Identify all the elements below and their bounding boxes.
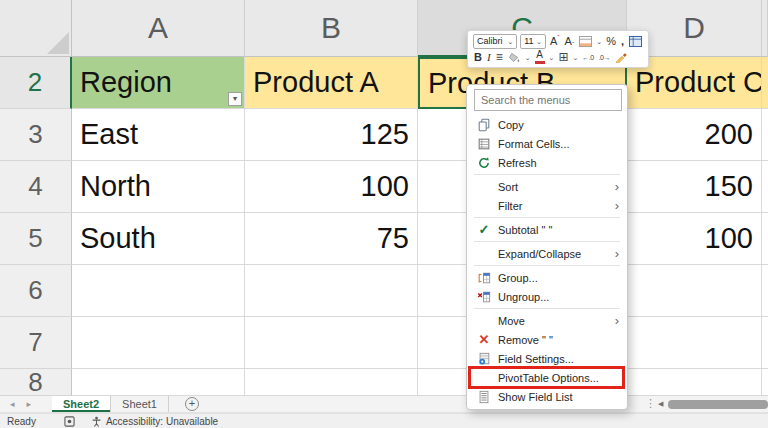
cell-a8[interactable] [72,369,245,396]
cell-d5[interactable]: 100 [627,213,762,265]
cell-a5[interactable]: South [72,213,245,265]
cell-text: Region [80,66,172,99]
next-sheet-icon[interactable]: ▸ [27,400,32,409]
cell-a7[interactable] [72,317,245,369]
comma-style-button[interactable]: , [620,34,625,49]
select-all-triangle-icon [47,32,69,54]
cell-a2-region[interactable]: Region [72,57,245,109]
menu-item-ungroup[interactable]: Ungroup... [467,287,627,306]
grow-font-button[interactable]: Aˆ [549,34,561,49]
tab-sheet2[interactable]: Sheet2 [52,396,111,412]
row-header-4[interactable]: 4 [0,161,72,213]
scrollbar-resize-handle[interactable]: ⋮ [645,397,656,410]
cell-d4[interactable]: 150 [627,161,762,213]
menu-item-filter[interactable]: Filter [467,196,627,215]
menu-item-expand-collapse[interactable]: Expand/Collapse [467,244,627,263]
accessibility-status-label[interactable]: Accessibility: Unavailable [106,416,218,427]
italic-button[interactable]: I [486,50,492,65]
row-header-3[interactable]: 3 [0,109,72,161]
font-name-value: Calibri [477,36,503,46]
filter-dropdown-button[interactable] [228,92,242,106]
chevron-down-icon[interactable]: ⌄ [596,38,602,45]
cell-a6[interactable] [72,265,245,317]
format-painter-button[interactable] [614,50,629,65]
increase-decimal-button[interactable]: ←.0 [581,50,594,65]
font-name-select[interactable]: Calibri⌄ [473,34,517,49]
cell-b6[interactable] [245,265,418,317]
menu-item-refresh[interactable]: Refresh [467,153,627,172]
cell-e5-sliver[interactable] [762,213,768,265]
row-header-7[interactable]: 7 [0,317,72,369]
row-header-2[interactable]: 2 [0,57,72,109]
select-all-button[interactable] [0,0,72,57]
cell-d3[interactable]: 200 [627,109,762,161]
tab-sheet1[interactable]: Sheet1 [111,396,169,412]
new-sheet-button[interactable] [185,397,199,411]
cell-b7[interactable] [245,317,418,369]
fill-color-button[interactable] [507,50,522,65]
cell-e8-sliver[interactable] [762,369,768,396]
menu-item-move[interactable]: Move [467,311,627,330]
font-size-select[interactable]: 11⌄ [520,34,546,49]
decrease-decimal-button[interactable]: .0→ [598,50,611,65]
accounting-format-button[interactable] [578,34,593,49]
bold-button[interactable]: B [473,50,483,65]
menu-item-sort[interactable]: Sort [467,177,627,196]
horizontal-scrollbar-thumb[interactable] [668,400,768,409]
chevron-down-icon[interactable]: ⌄ [549,54,555,61]
cell-d7[interactable] [627,317,762,369]
cell-e3-sliver[interactable] [762,109,768,161]
scroll-left-arrow-icon[interactable]: ◀ [658,400,663,408]
cell-a3[interactable]: East [72,109,245,161]
paint-bucket-icon [508,52,521,63]
prev-sheet-icon[interactable]: ◂ [10,400,15,409]
cell-b2[interactable]: Product A [245,57,418,109]
menu-item-subtotal[interactable]: ✓ Subtotal " " [467,220,627,239]
cell-b4[interactable]: 100 [245,161,418,213]
cell-b8[interactable] [245,369,418,396]
menu-item-show-field-list[interactable]: Show Field List [467,387,627,406]
column-header-b[interactable]: B [245,0,418,57]
check-icon: ✓ [473,223,495,236]
column-header-e-sliver[interactable] [762,0,768,57]
row-header-6[interactable]: 6 [0,265,72,317]
cell-b5[interactable]: 75 [245,213,418,265]
macro-record-icon[interactable] [64,416,75,427]
font-color-button[interactable]: A [534,50,546,65]
search-input[interactable] [474,89,622,111]
cell-e6-sliver[interactable] [762,265,768,317]
caret-down-icon: ˇ [572,41,574,48]
cell-e2-sliver[interactable] [762,57,768,109]
cell-d6[interactable] [627,265,762,317]
sheet-tab-bar: ◂ ▸ Sheet2 Sheet1 ⋮ ◀ [0,396,768,413]
chevron-down-icon[interactable]: ⌄ [572,54,578,61]
cell-a4[interactable]: North [72,161,245,213]
menu-separator [474,265,620,266]
align-center-button[interactable]: ≡ [495,50,504,65]
cell-b3[interactable]: 125 [245,109,418,161]
row-header-5[interactable]: 5 [0,213,72,265]
row-header-8[interactable]: 8 [0,369,72,396]
menu-item-label: Field Settings... [498,353,574,365]
menu-item-group[interactable]: Group... [467,268,627,287]
merge-center-button[interactable] [628,34,643,49]
borders-button[interactable]: ⊞ [557,50,569,65]
menu-item-pivottable-options[interactable]: PivotTable Options... [467,368,627,387]
font-color-letter: A [536,50,543,60]
menu-item-field-settings[interactable]: Field Settings... [467,349,627,368]
submenu-arrow-icon [615,247,619,260]
shrink-font-button[interactable]: Aˇ [564,34,576,49]
accessibility-icon[interactable] [91,416,102,427]
menu-item-remove[interactable]: ✕ Remove " " [467,330,627,349]
borders-grid-icon: ⊞ [558,51,568,63]
percent-style-button[interactable]: % [605,34,617,49]
menu-item-label: Show Field List [498,391,573,403]
menu-item-copy[interactable]: Copy [467,115,627,134]
cell-d8[interactable] [627,369,762,396]
cell-e4-sliver[interactable] [762,161,768,213]
column-header-a[interactable]: A [72,0,245,57]
chevron-down-icon[interactable]: ⌄ [525,54,531,61]
menu-item-format-cells[interactable]: Format Cells... [467,134,627,153]
shrink-font-letter: A [565,35,572,47]
cell-e7-sliver[interactable] [762,317,768,369]
